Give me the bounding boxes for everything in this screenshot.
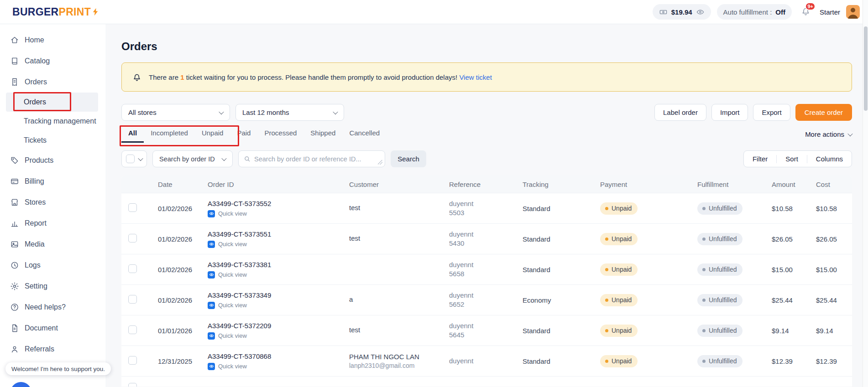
col-header-fulfillment: Fulfillment: [690, 181, 764, 188]
wallet-balance-pill[interactable]: $19.94: [653, 4, 711, 20]
notifications-button[interactable]: 9+: [800, 6, 811, 18]
sidebar-item-document[interactable]: Document: [0, 318, 106, 339]
label-order-button[interactable]: Label order: [654, 104, 706, 121]
eye-icon[interactable]: [696, 8, 705, 16]
sidebar-item-label: Need helps?: [25, 303, 66, 311]
search-button[interactable]: Search: [391, 150, 426, 167]
sidebar-item-label: Report: [25, 219, 47, 227]
page-scrollbar[interactable]: [863, 0, 868, 387]
sidebar-item-need-helps[interactable]: Need helps?: [0, 297, 106, 318]
sidebar-item-referrals[interactable]: Referrals: [0, 339, 106, 360]
col-header-tracking: Tracking: [515, 181, 593, 188]
sidebar-item-setting[interactable]: Setting: [0, 276, 106, 297]
filter-button[interactable]: Filter: [744, 151, 776, 167]
tab-all[interactable]: All: [121, 129, 144, 143]
quick-view-button[interactable]: Quick view: [208, 302, 342, 309]
store-select-value: All stores: [128, 108, 157, 116]
row-checkbox[interactable]: [128, 295, 137, 304]
quick-view-button[interactable]: Quick view: [208, 332, 342, 340]
tab-cancelled[interactable]: Cancelled: [342, 129, 387, 143]
chat-tooltip: Welcome! I'm here to support you.: [5, 362, 111, 375]
fulfillment-status-badge: Unfulfilled: [697, 294, 743, 306]
order-id-link[interactable]: A33499-CT-5373381: [208, 261, 342, 268]
table-row: 01/02/2026 A33499-CT-5373349 Quick view …: [121, 284, 852, 315]
tab-incompleted[interactable]: Incompleted: [144, 129, 195, 143]
period-select[interactable]: Last 12 months: [235, 104, 344, 121]
row-checkbox[interactable]: [128, 383, 137, 387]
auto-fulfillment-pill[interactable]: Auto fulfillment : Off: [717, 4, 792, 20]
tab-unpaid[interactable]: Unpaid: [195, 129, 230, 143]
select-all-dropdown[interactable]: [121, 150, 147, 167]
fulfillment-status-label: Unfulfilled: [709, 205, 737, 212]
import-button[interactable]: Import: [711, 104, 748, 121]
view-ticket-link[interactable]: View ticket: [459, 73, 492, 81]
sidebar-item-report[interactable]: Report: [0, 213, 106, 234]
quick-view-label: Quick view: [218, 332, 247, 339]
more-actions-button[interactable]: More actions: [805, 130, 852, 143]
order-id-link[interactable]: A33499-CT-5370868: [208, 352, 342, 360]
row-checkbox[interactable]: [128, 325, 137, 334]
more-actions-label: More actions: [805, 130, 844, 138]
quick-view-button[interactable]: Quick view: [208, 210, 342, 217]
table-header-row: Date Order ID Customer Reference Trackin…: [121, 175, 852, 193]
row-checkbox[interactable]: [128, 234, 137, 243]
tab-paid[interactable]: Paid: [230, 129, 257, 143]
sidebar-item-catalog[interactable]: Catalog: [0, 51, 106, 72]
sidebar-item-products[interactable]: Products: [0, 150, 106, 171]
payment-status-badge: Unpaid: [600, 355, 638, 367]
order-amount: $25.44: [764, 296, 809, 304]
sidebar-item-billing[interactable]: Billing: [0, 171, 106, 192]
col-header-customer: Customer: [342, 181, 442, 188]
columns-button[interactable]: Columns: [807, 151, 852, 167]
sidebar-subitem-tracking-management[interactable]: Tracking management: [0, 112, 106, 131]
order-id-link[interactable]: A33499-CT-5373349: [208, 291, 342, 299]
quick-view-label: Quick view: [218, 241, 247, 248]
order-date: 01/02/2026: [151, 235, 200, 243]
create-order-button[interactable]: Create order: [795, 104, 852, 121]
quick-view-button[interactable]: Quick view: [208, 241, 342, 248]
alert-ticket-count: 1: [180, 73, 184, 81]
sidebar-item-orders[interactable]: Orders: [0, 72, 106, 93]
sidebar-item-media[interactable]: Media: [0, 234, 106, 255]
col-header-cost: Cost: [809, 181, 852, 188]
order-date: 01/02/2026: [151, 205, 200, 212]
col-header-order-id: Order ID: [200, 181, 342, 188]
sidebar-item-label: Document: [25, 324, 58, 332]
sidebar-subitem-tickets[interactable]: Tickets: [0, 131, 106, 150]
sidebar-item-label: Orders: [24, 98, 46, 106]
search-input[interactable]: [254, 155, 380, 163]
customer-name: PHAM THI NGOC LAN: [349, 353, 442, 361]
referrals-icon: [10, 345, 19, 354]
brand-logo[interactable]: BURGERPRINT: [12, 6, 99, 18]
sidebar-item-home[interactable]: Home: [0, 30, 106, 51]
customer-name: test: [349, 204, 442, 212]
customer-name: a: [349, 295, 442, 303]
eye-icon: [208, 271, 215, 279]
quick-view-button[interactable]: Quick view: [208, 271, 342, 279]
sidebar-item-stores[interactable]: Stores: [0, 192, 106, 213]
tab-shipped[interactable]: Shipped: [303, 129, 342, 143]
search-by-select[interactable]: Search by order ID: [152, 150, 233, 167]
reference-line2: 5645: [449, 330, 515, 340]
avatar[interactable]: [846, 5, 860, 19]
order-id-link[interactable]: A33499-CT-5373551: [208, 230, 342, 238]
sidebar-item-logs[interactable]: Logs: [0, 255, 106, 276]
order-id-link[interactable]: A33499-CT-5372209: [208, 322, 342, 330]
store-select[interactable]: All stores: [121, 104, 230, 121]
tab-processed[interactable]: Processed: [257, 129, 303, 143]
select-all-checkbox[interactable]: [126, 155, 135, 163]
export-button[interactable]: Export: [753, 104, 790, 121]
customer-name: test: [349, 234, 442, 242]
sort-button[interactable]: Sort: [777, 151, 807, 167]
row-checkbox[interactable]: [128, 264, 137, 273]
sidebar-subitem-orders[interactable]: Orders: [6, 93, 98, 112]
quick-view-button[interactable]: Quick view: [208, 363, 342, 370]
alert-text: There are 1 ticket waiting for you to pr…: [149, 73, 492, 81]
scrollbar-thumb[interactable]: [864, 26, 868, 111]
order-id-link[interactable]: A33499-CT-5373552: [208, 200, 342, 207]
row-checkbox[interactable]: [128, 356, 137, 365]
row-checkbox[interactable]: [128, 203, 137, 212]
status-dot: [702, 268, 706, 271]
customer-name: test: [349, 326, 442, 334]
order-amount: $9.14: [764, 327, 809, 335]
